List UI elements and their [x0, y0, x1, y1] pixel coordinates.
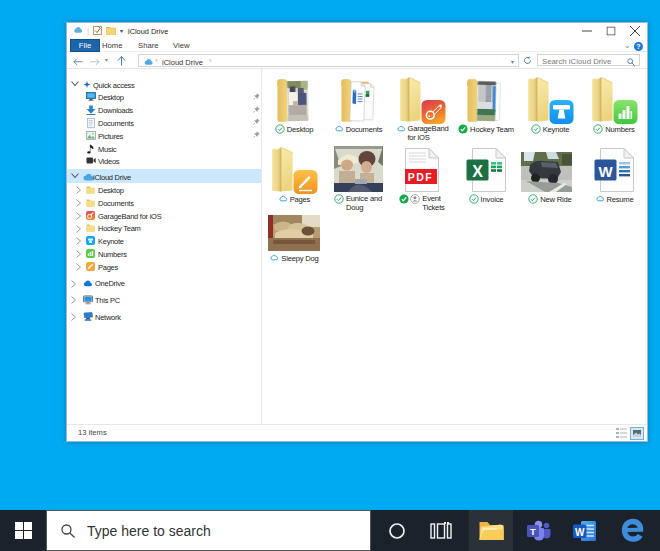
svg-text:W: W [575, 526, 585, 537]
svg-text:PDF: PDF [408, 171, 434, 183]
svg-text:W: W [598, 163, 613, 180]
svg-text:T: T [530, 526, 536, 537]
svg-text:X: X [472, 163, 483, 180]
